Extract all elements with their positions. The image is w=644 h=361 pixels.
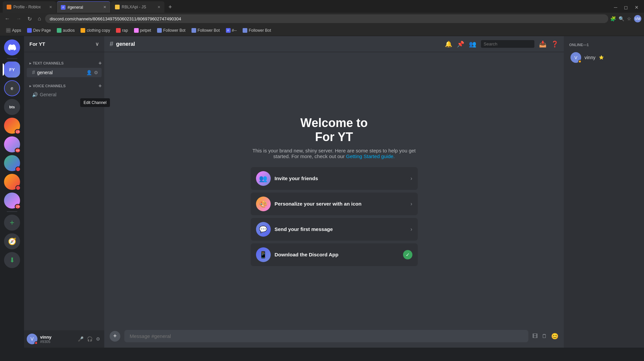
- text-channels-category[interactable]: ▸ Text Channels +: [24, 55, 104, 68]
- search-input[interactable]: [481, 40, 534, 48]
- invite-chevron: ›: [410, 175, 412, 182]
- tab-roblox-label: Profile - Roblox: [13, 5, 47, 9]
- add-server-button[interactable]: +: [4, 215, 20, 231]
- server-e[interactable]: e: [4, 80, 20, 96]
- channel-hash-icon: #: [32, 70, 35, 76]
- restore-button[interactable]: ◻: [621, 3, 631, 11]
- download-app-label: Download the Discord App: [275, 252, 399, 257]
- avatar[interactable]: V: [27, 334, 37, 344]
- discovery-button[interactable]: 🧭: [4, 233, 20, 249]
- help-button[interactable]: ❓: [551, 40, 558, 48]
- notification-badge-1: 15: [15, 129, 21, 134]
- server-header-chevron: ∨: [95, 41, 99, 47]
- server-bts[interactable]: bts: [4, 99, 20, 115]
- add-text-channel-icon[interactable]: +: [99, 60, 102, 66]
- voice-channel-icon: 🔊: [32, 92, 38, 97]
- invite-label: Invite your friends: [275, 175, 407, 181]
- add-member-button[interactable]: 👤: [86, 69, 93, 76]
- bookmark-apps[interactable]: ⋯ Apps: [3, 27, 24, 34]
- channel-header: # general 🔔 📌 👥 📥 ❓: [104, 36, 564, 52]
- notification-bell-button[interactable]: 🔔: [445, 40, 452, 48]
- channel-general[interactable]: # general 👤 ⚙: [27, 68, 102, 77]
- user-info: vinny #9305: [40, 335, 74, 344]
- bookmark-icon[interactable]: ☆: [627, 16, 631, 21]
- sticker-button[interactable]: 🗒: [542, 333, 547, 339]
- discord-home-button[interactable]: [4, 39, 20, 55]
- message-input-area: + 🎞 🗒 😊: [104, 330, 564, 348]
- tab-roblox-close[interactable]: ✕: [49, 5, 52, 9]
- add-voice-channel-icon[interactable]: +: [99, 83, 102, 89]
- personalize-text: Personalize your server with an icon: [275, 201, 407, 207]
- browser-chrome: Profile - Roblox ✕ # #general ✕ RBLXApi …: [0, 0, 644, 13]
- bookmark-audios[interactable]: audios: [54, 27, 77, 34]
- bookmark-hash[interactable]: # #--: [223, 27, 240, 34]
- voice-channels-category[interactable]: ▸ Voice Channels +: [24, 78, 104, 90]
- server-4[interactable]: [4, 174, 20, 190]
- forward-button[interactable]: →: [14, 14, 23, 23]
- server-3[interactable]: [4, 155, 20, 171]
- user-status-dot: [34, 341, 38, 345]
- server-name: For YT: [29, 41, 45, 47]
- bookmark-follower1[interactable]: Follower Bot: [154, 27, 188, 34]
- address-bar-row: ← → ↻ ⌂ 🧩 🔍 ☆ VM: [0, 13, 644, 25]
- member-vinny[interactable]: V vinny ⭐: [566, 50, 641, 65]
- member-name-vinny: vinny: [585, 55, 596, 60]
- emoji-button[interactable]: 😊: [551, 333, 558, 340]
- new-tab-button[interactable]: +: [165, 1, 175, 13]
- server-1[interactable]: 15: [4, 118, 20, 134]
- personalize-card[interactable]: 🎨 Personalize your server with an icon ›: [251, 193, 418, 215]
- notification-badge-5: 29: [15, 204, 21, 209]
- tab-rblxapi-close[interactable]: ✕: [157, 5, 160, 9]
- send-message-card[interactable]: 💬 Send your first message ›: [251, 218, 418, 241]
- member-online-dot-vinny: [578, 60, 582, 63]
- server-divider-2: [7, 211, 17, 212]
- server-header[interactable]: For YT ∨: [24, 36, 104, 52]
- send-message-text: Send your first message: [275, 226, 407, 232]
- online-header: ONLINE—1: [564, 39, 644, 49]
- send-message-label: Send your first message: [275, 226, 407, 232]
- channel-actions: 👤 ⚙: [86, 69, 99, 76]
- bookmark-clothing[interactable]: clothing copy: [78, 27, 113, 34]
- server-5[interactable]: 29: [4, 193, 20, 209]
- bookmark-follower2[interactable]: Follower Bot: [189, 27, 223, 34]
- attach-button[interactable]: +: [110, 331, 120, 342]
- server-fy[interactable]: FY: [4, 62, 20, 78]
- server-2[interactable]: 44: [4, 136, 20, 152]
- invite-icon: 👥: [256, 171, 271, 186]
- bookmark-petpet[interactable]: petpet: [131, 27, 154, 34]
- getting-started-link[interactable]: Getting Started guide.: [346, 153, 395, 159]
- inbox-button[interactable]: 📥: [539, 40, 546, 48]
- tab-roblox[interactable]: Profile - Roblox ✕: [3, 1, 56, 13]
- address-input[interactable]: [45, 14, 608, 23]
- personalize-icon: 🎨: [256, 197, 271, 211]
- invite-friends-card[interactable]: 👥 Invite your friends ›: [251, 167, 418, 190]
- tab-rblxapi[interactable]: RBLXApi - JS ✕: [111, 1, 164, 13]
- edit-channel-tooltip: Edit Channel: [80, 98, 104, 107]
- tab-general-close[interactable]: ✕: [103, 5, 106, 9]
- deafen-button[interactable]: 🎧: [86, 335, 94, 343]
- download-app-card[interactable]: 📱 Download the Discord App ✓: [251, 243, 418, 266]
- channel-general-voice[interactable]: 🔊 General: [27, 91, 102, 99]
- message-input[interactable]: [124, 330, 528, 342]
- minimize-button[interactable]: ─: [611, 3, 620, 11]
- back-button[interactable]: ←: [3, 14, 12, 23]
- extensions-icon[interactable]: 🧩: [610, 16, 616, 21]
- channel-settings-button[interactable]: ⚙: [93, 69, 99, 76]
- bookmark-devpage[interactable]: Dev Page: [24, 27, 53, 34]
- profile-icon[interactable]: VM: [634, 15, 641, 22]
- download-button[interactable]: ⬇: [4, 252, 20, 268]
- members-button[interactable]: 👥: [469, 40, 476, 48]
- mute-button[interactable]: 🎤: [77, 335, 85, 343]
- zoom-icon[interactable]: 🔍: [619, 16, 624, 21]
- bookmark-follower3[interactable]: Follower Bot: [240, 27, 274, 34]
- close-button[interactable]: ✕: [632, 3, 641, 11]
- home-button[interactable]: ⌂: [36, 14, 43, 23]
- gif-button[interactable]: 🎞: [532, 333, 538, 339]
- send-message-chevron: ›: [410, 226, 412, 232]
- pin-button[interactable]: 📌: [457, 40, 464, 48]
- tab-general[interactable]: # #general ✕: [57, 1, 110, 13]
- reload-button[interactable]: ↻: [25, 14, 34, 23]
- bookmark-rap[interactable]: rap: [113, 27, 130, 34]
- user-settings-button[interactable]: ⚙: [95, 335, 102, 343]
- invite-text: Invite your friends: [275, 175, 407, 181]
